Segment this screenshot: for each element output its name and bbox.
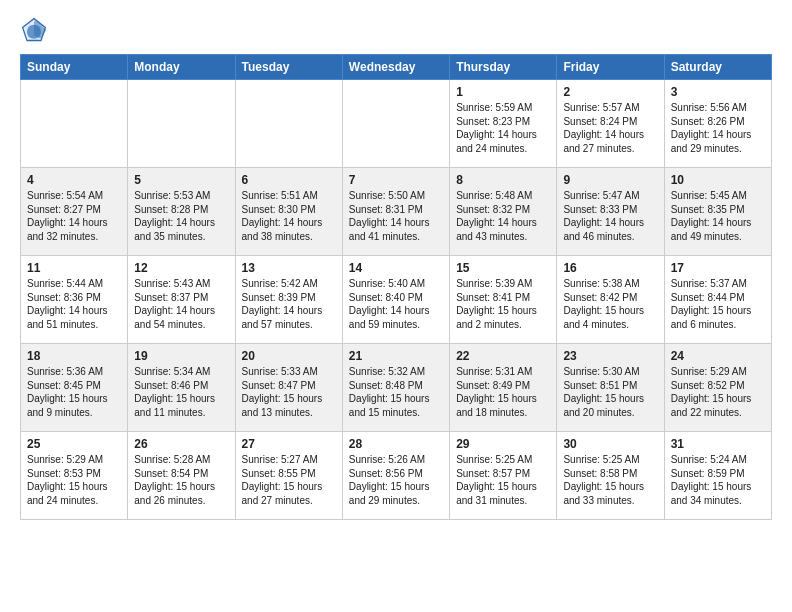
day-info: Sunrise: 5:29 AM Sunset: 8:53 PM Dayligh… — [27, 453, 121, 507]
calendar-cell: 22Sunrise: 5:31 AM Sunset: 8:49 PM Dayli… — [450, 344, 557, 432]
day-info: Sunrise: 5:54 AM Sunset: 8:27 PM Dayligh… — [27, 189, 121, 243]
calendar-cell: 6Sunrise: 5:51 AM Sunset: 8:30 PM Daylig… — [235, 168, 342, 256]
day-number: 8 — [456, 173, 550, 187]
day-number: 15 — [456, 261, 550, 275]
week-row-2: 11Sunrise: 5:44 AM Sunset: 8:36 PM Dayli… — [21, 256, 772, 344]
calendar-cell: 25Sunrise: 5:29 AM Sunset: 8:53 PM Dayli… — [21, 432, 128, 520]
calendar-cell: 30Sunrise: 5:25 AM Sunset: 8:58 PM Dayli… — [557, 432, 664, 520]
weekday-monday: Monday — [128, 55, 235, 80]
day-number: 18 — [27, 349, 121, 363]
day-number: 12 — [134, 261, 228, 275]
day-info: Sunrise: 5:44 AM Sunset: 8:36 PM Dayligh… — [27, 277, 121, 331]
day-number: 25 — [27, 437, 121, 451]
calendar-table: SundayMondayTuesdayWednesdayThursdayFrid… — [20, 54, 772, 520]
day-info: Sunrise: 5:56 AM Sunset: 8:26 PM Dayligh… — [671, 101, 765, 155]
day-info: Sunrise: 5:36 AM Sunset: 8:45 PM Dayligh… — [27, 365, 121, 419]
calendar-cell — [342, 80, 449, 168]
day-info: Sunrise: 5:31 AM Sunset: 8:49 PM Dayligh… — [456, 365, 550, 419]
calendar-cell: 12Sunrise: 5:43 AM Sunset: 8:37 PM Dayli… — [128, 256, 235, 344]
weekday-tuesday: Tuesday — [235, 55, 342, 80]
week-row-1: 4Sunrise: 5:54 AM Sunset: 8:27 PM Daylig… — [21, 168, 772, 256]
day-info: Sunrise: 5:37 AM Sunset: 8:44 PM Dayligh… — [671, 277, 765, 331]
day-number: 20 — [242, 349, 336, 363]
day-info: Sunrise: 5:45 AM Sunset: 8:35 PM Dayligh… — [671, 189, 765, 243]
calendar-cell: 5Sunrise: 5:53 AM Sunset: 8:28 PM Daylig… — [128, 168, 235, 256]
calendar-cell: 7Sunrise: 5:50 AM Sunset: 8:31 PM Daylig… — [342, 168, 449, 256]
calendar-cell: 11Sunrise: 5:44 AM Sunset: 8:36 PM Dayli… — [21, 256, 128, 344]
day-info: Sunrise: 5:25 AM Sunset: 8:58 PM Dayligh… — [563, 453, 657, 507]
day-number: 27 — [242, 437, 336, 451]
calendar-cell: 20Sunrise: 5:33 AM Sunset: 8:47 PM Dayli… — [235, 344, 342, 432]
day-info: Sunrise: 5:34 AM Sunset: 8:46 PM Dayligh… — [134, 365, 228, 419]
day-info: Sunrise: 5:32 AM Sunset: 8:48 PM Dayligh… — [349, 365, 443, 419]
weekday-sunday: Sunday — [21, 55, 128, 80]
calendar-cell: 13Sunrise: 5:42 AM Sunset: 8:39 PM Dayli… — [235, 256, 342, 344]
calendar-cell: 24Sunrise: 5:29 AM Sunset: 8:52 PM Dayli… — [664, 344, 771, 432]
weekday-wednesday: Wednesday — [342, 55, 449, 80]
day-info: Sunrise: 5:53 AM Sunset: 8:28 PM Dayligh… — [134, 189, 228, 243]
day-number: 26 — [134, 437, 228, 451]
day-info: Sunrise: 5:39 AM Sunset: 8:41 PM Dayligh… — [456, 277, 550, 331]
day-number: 30 — [563, 437, 657, 451]
calendar-cell: 28Sunrise: 5:26 AM Sunset: 8:56 PM Dayli… — [342, 432, 449, 520]
day-info: Sunrise: 5:42 AM Sunset: 8:39 PM Dayligh… — [242, 277, 336, 331]
day-number: 2 — [563, 85, 657, 99]
day-number: 3 — [671, 85, 765, 99]
day-info: Sunrise: 5:50 AM Sunset: 8:31 PM Dayligh… — [349, 189, 443, 243]
week-row-0: 1Sunrise: 5:59 AM Sunset: 8:23 PM Daylig… — [21, 80, 772, 168]
day-number: 19 — [134, 349, 228, 363]
day-number: 17 — [671, 261, 765, 275]
calendar-cell: 16Sunrise: 5:38 AM Sunset: 8:42 PM Dayli… — [557, 256, 664, 344]
day-info: Sunrise: 5:59 AM Sunset: 8:23 PM Dayligh… — [456, 101, 550, 155]
day-number: 1 — [456, 85, 550, 99]
day-number: 23 — [563, 349, 657, 363]
header — [20, 16, 772, 44]
day-info: Sunrise: 5:25 AM Sunset: 8:57 PM Dayligh… — [456, 453, 550, 507]
day-number: 29 — [456, 437, 550, 451]
weekday-saturday: Saturday — [664, 55, 771, 80]
day-number: 10 — [671, 173, 765, 187]
day-info: Sunrise: 5:48 AM Sunset: 8:32 PM Dayligh… — [456, 189, 550, 243]
day-number: 16 — [563, 261, 657, 275]
calendar-header: SundayMondayTuesdayWednesdayThursdayFrid… — [21, 55, 772, 80]
day-info: Sunrise: 5:30 AM Sunset: 8:51 PM Dayligh… — [563, 365, 657, 419]
calendar-cell — [128, 80, 235, 168]
weekday-friday: Friday — [557, 55, 664, 80]
day-info: Sunrise: 5:57 AM Sunset: 8:24 PM Dayligh… — [563, 101, 657, 155]
day-info: Sunrise: 5:24 AM Sunset: 8:59 PM Dayligh… — [671, 453, 765, 507]
day-number: 22 — [456, 349, 550, 363]
calendar-cell: 15Sunrise: 5:39 AM Sunset: 8:41 PM Dayli… — [450, 256, 557, 344]
calendar-cell: 1Sunrise: 5:59 AM Sunset: 8:23 PM Daylig… — [450, 80, 557, 168]
day-number: 24 — [671, 349, 765, 363]
day-info: Sunrise: 5:28 AM Sunset: 8:54 PM Dayligh… — [134, 453, 228, 507]
day-number: 14 — [349, 261, 443, 275]
calendar-cell: 3Sunrise: 5:56 AM Sunset: 8:26 PM Daylig… — [664, 80, 771, 168]
page: SundayMondayTuesdayWednesdayThursdayFrid… — [0, 0, 792, 536]
calendar-cell: 14Sunrise: 5:40 AM Sunset: 8:40 PM Dayli… — [342, 256, 449, 344]
logo-icon — [20, 16, 48, 44]
calendar-cell — [235, 80, 342, 168]
day-number: 7 — [349, 173, 443, 187]
day-number: 28 — [349, 437, 443, 451]
day-info: Sunrise: 5:29 AM Sunset: 8:52 PM Dayligh… — [671, 365, 765, 419]
day-info: Sunrise: 5:33 AM Sunset: 8:47 PM Dayligh… — [242, 365, 336, 419]
day-info: Sunrise: 5:27 AM Sunset: 8:55 PM Dayligh… — [242, 453, 336, 507]
calendar-body: 1Sunrise: 5:59 AM Sunset: 8:23 PM Daylig… — [21, 80, 772, 520]
calendar-cell: 8Sunrise: 5:48 AM Sunset: 8:32 PM Daylig… — [450, 168, 557, 256]
calendar-cell: 19Sunrise: 5:34 AM Sunset: 8:46 PM Dayli… — [128, 344, 235, 432]
logo — [20, 16, 52, 44]
day-number: 21 — [349, 349, 443, 363]
calendar-cell: 31Sunrise: 5:24 AM Sunset: 8:59 PM Dayli… — [664, 432, 771, 520]
calendar-cell: 23Sunrise: 5:30 AM Sunset: 8:51 PM Dayli… — [557, 344, 664, 432]
calendar-cell: 10Sunrise: 5:45 AM Sunset: 8:35 PM Dayli… — [664, 168, 771, 256]
calendar-cell: 26Sunrise: 5:28 AM Sunset: 8:54 PM Dayli… — [128, 432, 235, 520]
calendar-cell: 4Sunrise: 5:54 AM Sunset: 8:27 PM Daylig… — [21, 168, 128, 256]
calendar-cell: 9Sunrise: 5:47 AM Sunset: 8:33 PM Daylig… — [557, 168, 664, 256]
day-info: Sunrise: 5:51 AM Sunset: 8:30 PM Dayligh… — [242, 189, 336, 243]
week-row-3: 18Sunrise: 5:36 AM Sunset: 8:45 PM Dayli… — [21, 344, 772, 432]
day-number: 13 — [242, 261, 336, 275]
weekday-thursday: Thursday — [450, 55, 557, 80]
day-number: 11 — [27, 261, 121, 275]
day-number: 31 — [671, 437, 765, 451]
calendar-cell: 2Sunrise: 5:57 AM Sunset: 8:24 PM Daylig… — [557, 80, 664, 168]
